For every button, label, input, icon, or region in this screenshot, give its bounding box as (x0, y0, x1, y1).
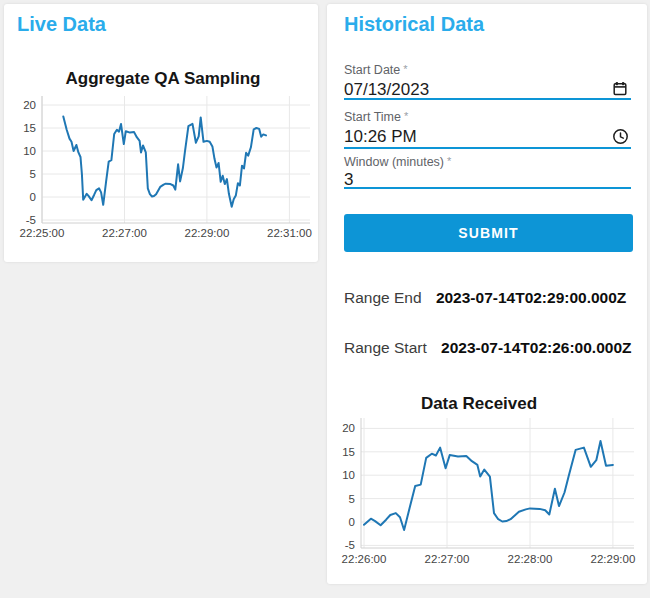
x-tick-label: 22:27:00 (102, 227, 147, 239)
x-tick-label: 22:31:00 (267, 227, 312, 239)
start-date-input[interactable]: 07/13/2023 (344, 80, 604, 100)
y-tick-label: 15 (342, 446, 355, 458)
y-tick-label: 10 (23, 145, 36, 157)
start-date-underline (344, 98, 631, 100)
window-minutes-label: Window (minutes)* (344, 155, 451, 169)
y-tick-label: 15 (23, 122, 36, 134)
data-series-line (63, 117, 266, 207)
calendar-icon[interactable] (611, 81, 629, 99)
x-tick-label: 22:26:00 (342, 553, 387, 565)
dashboard: Live Data -50510152022:25:0022:27:0022:2… (0, 0, 650, 598)
y-tick-label: 5 (349, 493, 355, 505)
y-tick-label: 5 (30, 168, 36, 180)
window-minutes-underline (344, 187, 631, 189)
y-tick-label: 20 (342, 422, 355, 434)
range-start-value: 2023-07-14T02:26:00.000Z (441, 339, 631, 357)
x-tick-label: 22:27:00 (425, 553, 470, 565)
historical-data-panel: Historical Data Start Date* 07/13/2023 S… (327, 4, 647, 584)
data-series-line (364, 441, 613, 530)
range-end-label: Range End (344, 289, 422, 307)
y-tick-label: 0 (30, 191, 36, 203)
live-chart[interactable]: -50510152022:25:0022:27:0022:29:0022:31:… (4, 60, 318, 256)
range-start-row: Range Start 2023-07-14T02:26:00.000Z (344, 339, 631, 357)
range-start-label: Range Start (344, 339, 427, 357)
y-tick-label: 0 (349, 516, 355, 528)
chart-title: Aggregate QA Sampling (66, 69, 261, 88)
x-tick-label: 22:29:00 (185, 227, 230, 239)
clock-icon[interactable] (611, 128, 629, 146)
required-asterisk: * (403, 63, 407, 75)
start-time-input[interactable]: 10:26 PM (344, 127, 604, 147)
required-asterisk: * (447, 155, 451, 167)
range-end-row: Range End 2023-07-14T02:29:00.000Z (344, 289, 626, 307)
range-end-value: 2023-07-14T02:29:00.000Z (436, 289, 626, 307)
chart-title: Data Received (421, 394, 537, 413)
y-tick-label: 10 (342, 469, 355, 481)
start-time-underline (344, 147, 631, 149)
historical-chart[interactable]: -50510152022:26:0022:27:0022:28:0022:29:… (327, 382, 647, 582)
live-data-panel-title: Live Data (17, 13, 106, 36)
y-tick-label: -5 (345, 539, 355, 551)
required-asterisk: * (404, 110, 408, 122)
x-tick-label: 22:25:00 (20, 227, 65, 239)
y-tick-label: -5 (26, 214, 36, 226)
start-date-label: Start Date* (344, 63, 408, 77)
x-tick-label: 22:29:00 (591, 553, 636, 565)
start-time-label: Start Time* (344, 110, 408, 124)
y-tick-label: 20 (23, 99, 36, 111)
live-data-panel: Live Data -50510152022:25:0022:27:0022:2… (4, 4, 318, 262)
submit-button[interactable]: SUBMIT (344, 214, 633, 252)
x-tick-label: 22:28:00 (508, 553, 553, 565)
historical-data-panel-title: Historical Data (344, 13, 484, 36)
